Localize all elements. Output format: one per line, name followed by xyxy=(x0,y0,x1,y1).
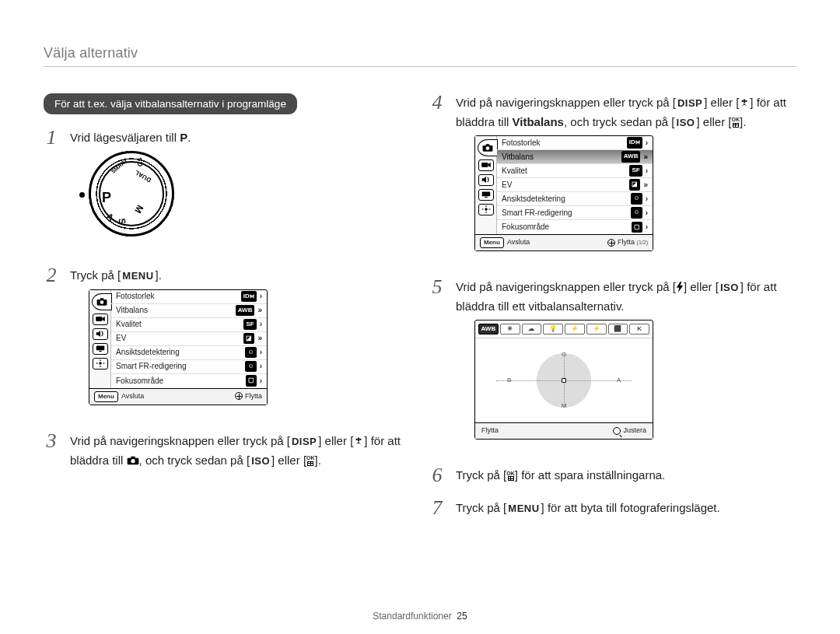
svg-point-6 xyxy=(99,362,102,365)
tab-sound-icon xyxy=(478,174,494,186)
chevron-right-icon: › xyxy=(260,346,262,359)
menu-button-label: Menu xyxy=(94,391,118,402)
disp-key-label: DISP xyxy=(676,96,704,111)
wb-axis-m: M xyxy=(562,401,567,411)
step-3-text-f: ]. xyxy=(315,454,321,467)
menu-key-label: MENU xyxy=(121,268,155,284)
menu-row: KvalitetSF› xyxy=(497,164,653,178)
value-icon-ev: ◪ xyxy=(243,333,254,344)
chevron-right-icon: › xyxy=(646,221,648,233)
dial-mode-p: P xyxy=(102,187,111,209)
iso-key-label: ISO xyxy=(250,454,271,469)
manual-page: Välja alternativ För att t.ex. välja vit… xyxy=(0,0,840,634)
chevron-right-double-icon: » xyxy=(257,332,262,345)
step-5-text-a: Vrid på navigeringsknappen eller tryck p… xyxy=(456,280,676,293)
menu-row: EV◪» xyxy=(111,332,267,346)
ok-key-icon: OK xyxy=(731,117,740,128)
step-4-bold: Vitbalans xyxy=(513,115,564,128)
svg-rect-5 xyxy=(99,351,102,352)
svg-point-19 xyxy=(742,100,744,102)
tab-display-icon xyxy=(478,189,494,201)
step-number: 7 xyxy=(429,499,445,517)
lcd-menu-figure-2: FotostorlekIDᴍ› VitbalansAWB» KvalitetSF… xyxy=(474,135,653,251)
menu-row-label: Fotostorlek xyxy=(502,137,540,149)
dial-indicator-dot xyxy=(79,192,85,198)
camera-icon xyxy=(127,452,139,470)
wb-opt-fluor2-icon: ⚡ xyxy=(586,324,607,335)
step-7-text-b: ] för att byta till fotograferingsläget. xyxy=(541,501,720,514)
value-icon-awb: AWB xyxy=(236,305,255,316)
menu-row-selected: VitbalansAWB» xyxy=(497,150,653,164)
page-footer: Standardfunktioner 25 xyxy=(0,611,840,622)
step-3: 3 Vrid på navigeringsknappen eller tryck… xyxy=(44,432,411,470)
step-number: 3 xyxy=(44,432,59,470)
svg-point-18 xyxy=(744,100,745,101)
wb-axis-b: B xyxy=(507,376,511,385)
tab-photo-icon xyxy=(478,139,498,156)
lcd-menu-list: FotostorlekIDᴍ› VitbalansAWB» KvalitetSF… xyxy=(111,290,267,388)
step-2-text-a: Tryck på [ xyxy=(70,268,121,282)
svg-rect-4 xyxy=(96,346,104,351)
svg-point-17 xyxy=(131,459,135,463)
svg-rect-16 xyxy=(131,457,135,459)
ok-key-icon: OK xyxy=(506,471,515,482)
menu-row-label: Fokusområde xyxy=(502,221,549,233)
menu-row: EV◪» xyxy=(497,178,653,192)
chevron-right-icon: › xyxy=(646,193,648,205)
step-4: 4 Vrid på navigeringsknappen eller tryck… xyxy=(429,93,796,264)
step-6-text-b: ] för att spara inställningarna. xyxy=(515,468,665,482)
wb-axis-g: G xyxy=(562,350,566,359)
svg-point-2 xyxy=(100,300,103,304)
wb-opt-daylight-icon: ☀ xyxy=(500,324,520,335)
disp-key-label: DISP xyxy=(290,434,318,450)
wb-move-label: Flytta xyxy=(481,426,499,434)
svg-rect-3 xyxy=(96,317,102,321)
value-icon-face: ☺ xyxy=(631,193,642,204)
step-6-text-a: Tryck på [ xyxy=(456,468,506,482)
iso-key-label: ISO xyxy=(675,115,697,131)
step-4-text-f: ]. xyxy=(740,115,746,128)
menu-row: FotostorlekIDᴍ› xyxy=(497,136,653,150)
tab-video-icon xyxy=(93,313,108,325)
svg-rect-25 xyxy=(481,163,488,167)
menu-row-label: Kvalitet xyxy=(116,318,142,331)
menu-row-label: EV xyxy=(502,179,512,191)
step-number: 6 xyxy=(429,466,445,484)
svg-rect-23 xyxy=(485,144,489,146)
step-3-text-b: ] eller [ xyxy=(318,434,353,447)
step-7: 7 Tryck på [MENU] för att byta till foto… xyxy=(429,499,796,517)
mode-dial-figure: P A S M DUAL Cs SMART xyxy=(89,151,411,236)
right-column: 4 Vrid på navigeringsknappen eller tryck… xyxy=(429,93,796,531)
menu-row-label: Fokusområde xyxy=(116,375,163,387)
footer-page-number: 25 xyxy=(457,611,467,622)
step-2: 2 Tryck på [MENU]. xyxy=(44,266,411,418)
lcd-page-indicator: (1/2) xyxy=(637,240,648,245)
step-number: 2 xyxy=(44,266,59,418)
lcd-menu-figure-1: FotostorlekIDᴍ› VitbalansAWB» KvalitetSF… xyxy=(89,289,268,405)
menu-row-label: Vitbalans xyxy=(502,151,534,163)
menu-row: FotostorlekIDᴍ› xyxy=(111,290,267,304)
svg-point-13 xyxy=(359,439,361,440)
example-heading-pill: För att t.ex. välja vitbalansalternativ … xyxy=(44,93,297,114)
tab-settings-icon xyxy=(478,204,494,215)
chevron-right-icon: › xyxy=(646,207,648,219)
step-4-text-a: Vrid på navigeringsknappen eller tryck p… xyxy=(456,96,676,109)
wb-opt-custom-icon: ⬛ xyxy=(608,324,628,335)
chevron-right-double-icon: » xyxy=(643,179,648,191)
magnifier-icon xyxy=(613,427,621,435)
value-icon-sfr: ☺ xyxy=(631,207,642,218)
step-1-text-a: Vrid lägesväljaren till xyxy=(70,131,180,144)
value-icon-awb: AWB xyxy=(621,151,641,162)
chevron-right-icon: › xyxy=(260,318,262,331)
nav-pad-icon xyxy=(235,392,243,400)
lcd-sidebar-tabs xyxy=(475,136,497,234)
step-1: 1 Vrid lägesväljaren till P. P A xyxy=(44,128,411,252)
chevron-right-icon: › xyxy=(260,360,262,373)
value-icon-idm: IDᴍ xyxy=(627,137,642,148)
wb-axis-a: A xyxy=(617,376,621,385)
menu-row: Fokusområde▢› xyxy=(111,374,267,388)
steps-right: 4 Vrid på navigeringsknappen eller tryck… xyxy=(429,93,796,517)
step-1-text-b: . xyxy=(187,131,191,144)
step-3-text-e: ] eller [ xyxy=(271,454,306,467)
chevron-right-icon: › xyxy=(646,137,648,149)
